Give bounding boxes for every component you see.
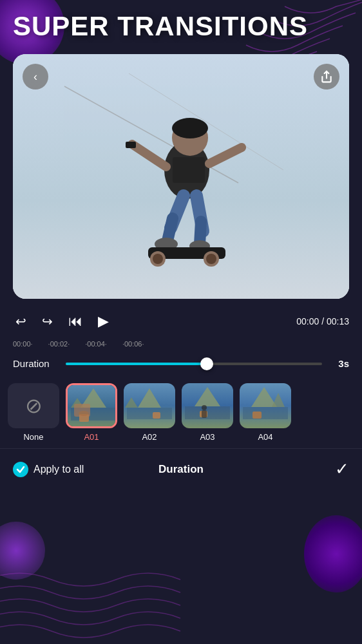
- duration-slider[interactable]: [66, 363, 322, 365]
- time-separator: /: [321, 316, 327, 327]
- undo-button[interactable]: ↩: [13, 311, 29, 332]
- apply-checkbox[interactable]: [13, 462, 28, 477]
- svg-point-37: [202, 405, 207, 410]
- skip-back-button[interactable]: ⏮: [66, 310, 85, 332]
- transition-thumb-a03: [182, 383, 233, 428]
- time-display: 00:00 / 00:13: [296, 316, 349, 327]
- transitions-section: ⊘ None: [0, 377, 362, 448]
- svg-point-17: [153, 254, 163, 264]
- transition-item-a03[interactable]: A03: [182, 383, 233, 442]
- thumb-bg-a04: [240, 383, 291, 428]
- thumb-bg-a03: [182, 383, 233, 428]
- share-button[interactable]: [314, 64, 339, 90]
- playback-controls: ↩ ↪ ⏮ ▶: [13, 310, 111, 332]
- transition-thumb-none: ⊘: [8, 383, 59, 428]
- time-total: 00:13: [327, 316, 349, 327]
- time-current: 00:00: [296, 316, 319, 327]
- back-button[interactable]: ‹: [23, 64, 48, 90]
- play-button[interactable]: ▶: [95, 310, 111, 332]
- svg-rect-6: [173, 157, 205, 183]
- blob-bottom-right: [304, 515, 362, 592]
- video-preview: ‹: [13, 54, 349, 299]
- thumb-lake-a01: [68, 385, 115, 426]
- transition-label-a01: A01: [84, 432, 99, 442]
- svg-point-19: [206, 254, 216, 264]
- apply-to-all-section[interactable]: Apply to all: [13, 462, 125, 477]
- transition-label-a03: A03: [200, 432, 214, 442]
- svg-rect-29: [127, 408, 172, 419]
- video-placeholder: [13, 54, 349, 299]
- svg-point-5: [172, 118, 208, 138]
- transition-item-a01[interactable]: A01: [66, 383, 117, 442]
- timeline-ruler: 00:00· ·00:02· ·00:04· ·00:06·: [13, 340, 349, 348]
- svg-rect-26: [79, 414, 89, 422]
- none-icon: ⊘: [25, 393, 43, 418]
- back-icon: ‹: [33, 70, 37, 84]
- svg-rect-23: [71, 408, 116, 421]
- transition-item-none[interactable]: ⊘ None: [8, 383, 59, 442]
- bottom-bar: Apply to all Duration ✓: [0, 448, 362, 489]
- confirm-button[interactable]: ✓: [335, 459, 349, 479]
- timeline-marker-3: ·00:06·: [122, 340, 144, 348]
- timeline-bar: 00:00· ·00:02· ·00:04· ·00:06·: [0, 337, 362, 353]
- controls-bar: ↩ ↪ ⏮ ▶ 00:00 / 00:13: [0, 305, 362, 337]
- share-icon: [320, 70, 333, 83]
- slider-thumb[interactable]: [200, 357, 213, 370]
- transition-item-a02[interactable]: A02: [124, 383, 175, 442]
- bottom-center: Duration: [125, 463, 237, 476]
- blob-bottom-left: [0, 522, 45, 580]
- transition-label-a02: A02: [142, 432, 157, 442]
- redo-button[interactable]: ↪: [39, 311, 55, 332]
- timeline-marker-2: ·00:04·: [85, 340, 107, 348]
- thumb-bg-a02: [124, 383, 175, 428]
- slider-fill: [66, 363, 207, 365]
- title-section: SUPER TRANSITIONS: [0, 0, 362, 48]
- svg-rect-20: [126, 142, 136, 148]
- svg-rect-38: [202, 410, 207, 418]
- transition-thumb-a02: [124, 383, 175, 428]
- apply-label: Apply to all: [33, 464, 84, 475]
- svg-line-11: [167, 218, 173, 241]
- bottom-right: ✓: [237, 459, 349, 479]
- app-title: SUPER TRANSITIONS: [13, 12, 349, 41]
- transition-label-a04: A04: [258, 432, 272, 442]
- transition-label-none: None: [23, 432, 43, 442]
- duration-value: 3s: [330, 358, 349, 369]
- check-icon: [16, 465, 25, 474]
- transition-thumb-a01: [66, 383, 117, 428]
- duration-section: Duration 3s: [0, 353, 362, 377]
- svg-rect-43: [252, 412, 262, 419]
- duration-bottom-label: Duration: [158, 463, 204, 475]
- transition-thumb-a04: [240, 383, 291, 428]
- svg-point-27: [79, 411, 89, 416]
- svg-rect-40: [243, 407, 288, 419]
- thumb-bg-a01: [68, 385, 117, 428]
- timeline-marker-0: 00:00·: [13, 340, 33, 348]
- duration-label: Duration: [13, 358, 58, 369]
- wave-lines-bottom: [0, 515, 193, 644]
- timeline-marker-1: ·00:02·: [48, 340, 70, 348]
- svg-rect-32: [153, 412, 160, 419]
- video-bg: [13, 54, 349, 299]
- transition-item-a04[interactable]: A04: [240, 383, 291, 442]
